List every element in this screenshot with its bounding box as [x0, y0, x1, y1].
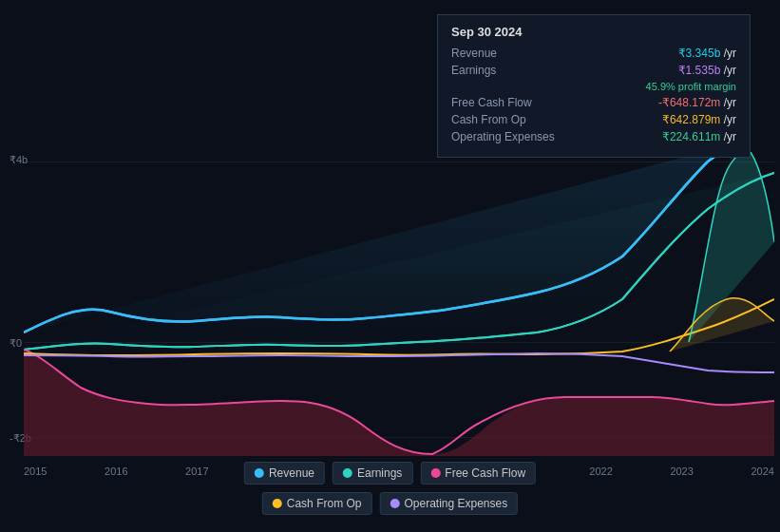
tooltip-fcf-value: -₹648.172m /yr: [658, 96, 736, 109]
tooltip-profit-margin-value: 45.9% profit margin: [646, 81, 736, 92]
tooltip-box: Sep 30 2024 Revenue ₹3.345b /yr Earnings…: [437, 14, 751, 158]
tooltip-opex-value: ₹224.611m /yr: [662, 130, 736, 143]
tooltip-fcf-label: Free Cash Flow: [451, 96, 565, 109]
legend-item-revenue[interactable]: Revenue: [244, 462, 325, 484]
legend-label-revenue: Revenue: [269, 466, 314, 480]
tooltip-cashop-value: ₹642.879m /yr: [662, 113, 736, 126]
tooltip-profit-margin-row: 45.9% profit margin: [451, 81, 736, 92]
legend-item-earnings[interactable]: Earnings: [333, 462, 412, 484]
legend-label-earnings: Earnings: [357, 466, 402, 480]
tooltip-cashop-row: Cash From Op ₹642.879m /yr: [451, 113, 736, 126]
tooltip-earnings-label: Earnings: [451, 64, 565, 77]
legend-dot-cashop: [273, 499, 282, 508]
x-label-2016: 2016: [105, 466, 127, 477]
tooltip-revenue-label: Revenue: [451, 47, 565, 60]
chart-container: Sep 30 2024 Revenue ₹3.345b /yr Earnings…: [0, 0, 780, 532]
x-label-2024: 2024: [751, 466, 773, 477]
tooltip-date: Sep 30 2024: [451, 25, 736, 39]
tooltip-opex-label: Operating Expenses: [451, 130, 565, 143]
x-label-2015: 2015: [24, 466, 47, 477]
tooltip-revenue-row: Revenue ₹3.345b /yr: [451, 47, 736, 60]
legend-label-cashop: Cash From Op: [287, 497, 362, 510]
tooltip-revenue-value: ₹3.345b /yr: [678, 47, 736, 60]
legend-dot-opex: [390, 499, 399, 508]
tooltip-earnings-row: Earnings ₹1.535b /yr: [451, 64, 736, 77]
legend-item-cashop[interactable]: Cash From Op: [262, 492, 372, 515]
tooltip-fcf-row: Free Cash Flow -₹648.172m /yr: [451, 96, 736, 109]
tooltip-cashop-label: Cash From Op: [451, 113, 565, 126]
x-label-2022: 2022: [589, 466, 612, 477]
legend-label-opex: Operating Expenses: [404, 497, 507, 510]
legend-dot-fcf: [430, 468, 440, 478]
tooltip-earnings-value: ₹1.535b /yr: [678, 64, 736, 77]
legend-label-fcf: Free Cash Flow: [445, 466, 525, 480]
legend: Revenue Earnings Free Cash Flow Cash Fro…: [195, 462, 585, 515]
x-label-2023: 2023: [670, 466, 693, 477]
legend-dot-earnings: [343, 468, 352, 478]
tooltip-opex-row: Operating Expenses ₹224.611m /yr: [451, 130, 736, 143]
legend-item-fcf[interactable]: Free Cash Flow: [420, 462, 536, 484]
chart-svg: [24, 152, 774, 456]
legend-dot-revenue: [255, 468, 264, 478]
legend-item-opex[interactable]: Operating Expenses: [379, 492, 518, 515]
y-label-mid: ₹0: [10, 337, 22, 350]
